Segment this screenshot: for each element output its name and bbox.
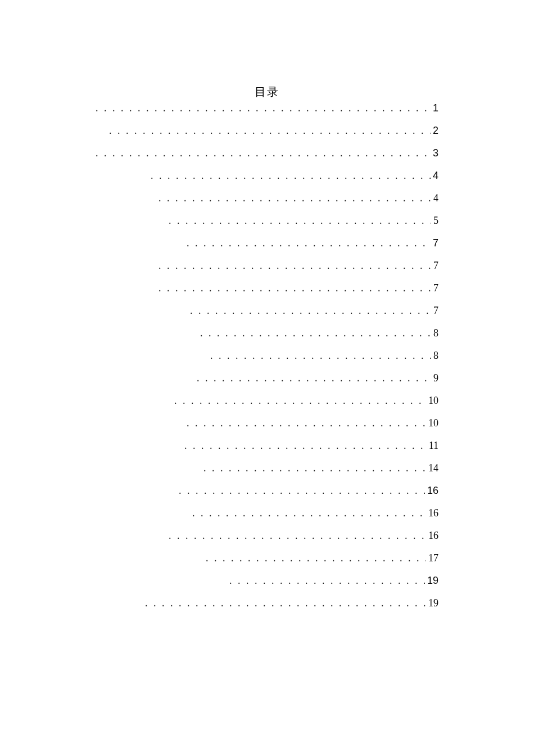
toc-entry: . . . . . . . . . . . . . . . . . . . . … xyxy=(96,598,438,608)
toc-entry-page: 7 xyxy=(431,305,438,316)
toc-leader-dots: . . . . . . . . . . . . . . . . . . . . … xyxy=(184,440,427,451)
toc-leader-dots: . . . . . . . . . . . . . . . . . . . . … xyxy=(187,418,426,428)
toc-leader-dots: . . . . . . . . . . . . . . . . . . . . … xyxy=(206,553,426,563)
toc-entry-page: 7 xyxy=(431,238,438,248)
toc-entry: . . . . . . . . . . . . . . . . . . . . … xyxy=(96,125,438,136)
toc-entry-page: 9 xyxy=(431,373,438,383)
toc-entry-page: 16 xyxy=(426,530,438,541)
toc-entry: . . . . . . . . . . . . . . . . . . . . … xyxy=(96,170,438,181)
toc-entry: . . . . . . . . . . . . . . . . . . . . … xyxy=(96,418,438,428)
toc-entry-page: 10 xyxy=(426,395,438,406)
toc-entry: . . . . . . . . . . . . . . . . . . . . … xyxy=(96,463,438,473)
toc-leader-dots: . . . . . . . . . . . . . . . . . . . . … xyxy=(187,238,431,248)
toc-leader-dots: . . . . . . . . . . . . . . . . . . . . … xyxy=(203,463,426,473)
toc-leader-dots: . . . . . . . . . . . . . . . . . . . . … xyxy=(174,395,426,406)
toc-entry-page: 16 xyxy=(426,508,438,518)
toc-entry-page: 8 xyxy=(431,350,438,361)
toc-leader-dots: . . . . . . . . . . . . . . . . . . . . … xyxy=(96,103,431,113)
toc-leader-dots: . . . . . . . . . . . . . . . . . . . . … xyxy=(151,170,431,181)
toc-leader-dots: . . . . . . . . . . . . . . . . . . . . … xyxy=(159,193,431,203)
toc-leader-dots: . . . . . . . . . . . . . . . . . . . . … xyxy=(169,215,431,226)
toc-entry-page: 16 xyxy=(425,485,438,496)
toc-entry: . . . . . . . . . . . . . . . . . . . . … xyxy=(96,148,438,158)
toc-leader-dots: . . . . . . . . . . . . . . . . . . . . … xyxy=(190,305,431,316)
toc-entry: . . . . . . . . . . . . . . . . . . . . … xyxy=(96,440,438,451)
toc-entry: . . . . . . . . . . . . . . . . . . . . … xyxy=(96,305,438,316)
toc-entry-page: 7 xyxy=(431,283,438,293)
toc-entry-page: 3 xyxy=(431,148,438,158)
toc-leader-dots: . . . . . . . . . . . . . . . . . . . . … xyxy=(210,350,431,361)
toc-leader-dots: . . . . . . . . . . . . . . . . . . . . … xyxy=(179,485,425,496)
toc-page: 目录 . . . . . . . . . . . . . . . . . . .… xyxy=(96,84,438,620)
toc-entry: . . . . . . . . . . . . . . . . . . . . … xyxy=(96,530,438,541)
toc-entry: . . . . . . . . . . . . . . . . . . . . … xyxy=(96,238,438,248)
toc-entry-page: 4 xyxy=(431,193,438,203)
toc-entry: . . . . . . . . . . . . . . . . . . . . … xyxy=(96,395,438,406)
toc-entry: . . . . . . . . . . . . . . . . . . . . … xyxy=(96,103,438,113)
toc-entry: . . . . . . . . . . . . . . . . . . . . … xyxy=(96,553,438,563)
toc-entry-page: 11 xyxy=(427,440,438,451)
toc-entry: . . . . . . . . . . . . . . . . . . . . … xyxy=(96,575,438,586)
toc-leader-dots: . . . . . . . . . . . . . . . . . . . . … xyxy=(169,530,426,541)
toc-entry-page: 19 xyxy=(426,598,438,608)
toc-entry-page: 17 xyxy=(426,553,438,563)
toc-entry: . . . . . . . . . . . . . . . . . . . . … xyxy=(96,193,438,203)
toc-entry-page: 5 xyxy=(431,215,438,226)
toc-entry: . . . . . . . . . . . . . . . . . . . . … xyxy=(96,328,438,338)
toc-entry-page: 14 xyxy=(426,463,438,473)
toc-entry: . . . . . . . . . . . . . . . . . . . . … xyxy=(96,260,438,271)
toc-entry-page: 1 xyxy=(431,103,438,113)
toc-entry-page: 10 xyxy=(426,418,438,428)
toc-entry: . . . . . . . . . . . . . . . . . . . . … xyxy=(96,508,438,518)
toc-leader-dots: . . . . . . . . . . . . . . . . . . . . … xyxy=(200,328,431,338)
toc-leader-dots: . . . . . . . . . . . . . . . . . . . . … xyxy=(145,598,426,608)
toc-entry: . . . . . . . . . . . . . . . . . . . . … xyxy=(96,215,438,226)
toc-entry-page: 4 xyxy=(431,170,438,181)
toc-leader-dots: . . . . . . . . . . . . . . . . . . . . … xyxy=(96,148,431,158)
toc-entry: . . . . . . . . . . . . . . . . . . . . … xyxy=(96,373,438,383)
toc-leader-dots: . . . . . . . . . . . . . . . . . . . . … xyxy=(159,260,431,271)
toc-title: 目录 xyxy=(96,84,438,100)
toc-leader-dots: . . . . . . . . . . . . . . . . . . . . … xyxy=(109,125,431,136)
toc-entry: . . . . . . . . . . . . . . . . . . . . … xyxy=(96,485,438,496)
toc-leader-dots: . . . . . . . . . . . . . . . . . . . . … xyxy=(197,373,431,383)
toc-entry-page: 19 xyxy=(425,575,438,586)
toc-entry: . . . . . . . . . . . . . . . . . . . . … xyxy=(96,283,438,293)
toc-entry-page: 8 xyxy=(431,328,438,338)
toc-leader-dots: . . . . . . . . . . . . . . . . . . . . … xyxy=(229,575,425,586)
toc-leader-dots: . . . . . . . . . . . . . . . . . . . . … xyxy=(192,508,426,518)
toc-entry: . . . . . . . . . . . . . . . . . . . . … xyxy=(96,350,438,361)
toc-list: . . . . . . . . . . . . . . . . . . . . … xyxy=(96,103,438,608)
toc-leader-dots: . . . . . . . . . . . . . . . . . . . . … xyxy=(159,283,431,293)
toc-entry-page: 7 xyxy=(431,260,438,271)
toc-entry-page: 2 xyxy=(431,125,438,136)
